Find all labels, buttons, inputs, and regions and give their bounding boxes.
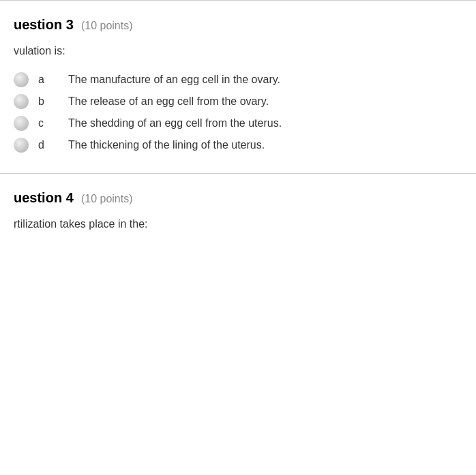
- option-3a-text: The manufacture of an egg cell in the ov…: [61, 74, 280, 86]
- question-4-points: (10 points): [81, 193, 133, 204]
- question-3-prefix: uestion 3: [14, 17, 74, 32]
- radio-3b[interactable]: [14, 94, 29, 109]
- option-3c-letter: c: [38, 117, 52, 129]
- question-4-section: uestion 4 (10 points) rtilization takes …: [0, 174, 476, 266]
- option-3d[interactable]: d The thickening of the lining of the ut…: [14, 138, 462, 153]
- radio-3d[interactable]: [14, 138, 29, 153]
- option-3c-text: The shedding of an egg cell from the ute…: [61, 117, 282, 129]
- radio-3c[interactable]: [14, 116, 29, 131]
- option-3b-letter: b: [38, 95, 52, 108]
- option-3d-letter: d: [38, 139, 52, 151]
- option-3c[interactable]: c The shedding of an egg cell from the u…: [14, 116, 462, 131]
- option-3a-letter: a: [38, 74, 52, 86]
- option-3d-text: The thickening of the lining of the uter…: [61, 139, 265, 151]
- question-3-section: uestion 3 (10 points) vulation is: a The…: [0, 1, 476, 173]
- question-4-header: uestion 4 (10 points): [14, 190, 462, 206]
- question-4-prefix: uestion 4: [14, 190, 74, 205]
- question-4-title: uestion 4 (10 points): [14, 190, 133, 205]
- option-3a[interactable]: a The manufacture of an egg cell in the …: [14, 72, 462, 87]
- question-3-header: uestion 3 (10 points): [14, 17, 462, 33]
- radio-3a[interactable]: [14, 72, 29, 87]
- option-3b[interactable]: b The release of an egg cell from the ov…: [14, 94, 462, 109]
- question-3-options: a The manufacture of an egg cell in the …: [14, 72, 462, 153]
- option-3b-text: The release of an egg cell from the ovar…: [61, 95, 269, 108]
- question-3-text: vulation is:: [14, 45, 462, 57]
- question-3-title: uestion 3 (10 points): [14, 17, 133, 32]
- question-4-text: rtilization takes place in the:: [14, 218, 462, 230]
- question-3-points: (10 points): [81, 20, 133, 31]
